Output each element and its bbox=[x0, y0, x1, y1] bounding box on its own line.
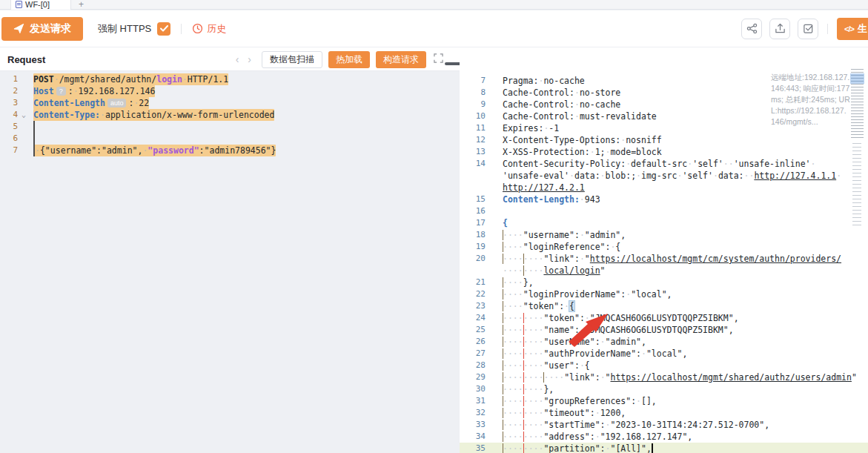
paper-plane-icon bbox=[13, 23, 24, 34]
code-line: 31········"groupReferences":·[], bbox=[460, 395, 868, 407]
code-line: 27········"authProviderName":·"local", bbox=[460, 348, 868, 360]
line-number: 8 bbox=[460, 87, 486, 99]
line-number: 35 bbox=[460, 443, 486, 453]
line-number: 32 bbox=[460, 407, 486, 419]
request-title: Request bbox=[7, 54, 45, 65]
line-number: 2 bbox=[0, 85, 18, 97]
chevron-down-icon[interactable]: ⌄ bbox=[18, 109, 30, 121]
code-line: 35········"partition":·"[All]", bbox=[460, 443, 868, 453]
code-icon: </> bbox=[844, 24, 854, 33]
generate-code-button[interactable]: </> 生 bbox=[837, 18, 868, 40]
code-line: 16 bbox=[460, 205, 868, 217]
divider bbox=[181, 24, 182, 34]
check-icon bbox=[160, 25, 168, 32]
code-line: 5 bbox=[0, 121, 451, 133]
code-line: 6 bbox=[0, 133, 451, 145]
line-number: 14 bbox=[460, 158, 486, 170]
send-request-button[interactable]: 发送请求 bbox=[1, 17, 83, 41]
chevron-left-icon[interactable]: ‹ bbox=[231, 54, 244, 65]
line-number: 29 bbox=[460, 371, 486, 383]
line-number: 1 bbox=[0, 73, 18, 85]
code-line: 24········"token":·"JMQCASH6OG6LUSYDTQQP… bbox=[460, 312, 868, 324]
line-number: 6 bbox=[0, 133, 18, 145]
line-number: 19 bbox=[460, 241, 486, 253]
fold-gutter bbox=[18, 97, 30, 109]
response-editor[interactable]: 7Pragma:·no-cache8Cache-Control:·no-stor… bbox=[460, 71, 868, 453]
force-https-checkbox[interactable] bbox=[157, 22, 170, 36]
force-https-label: 强制 HTTPS bbox=[98, 22, 151, 36]
code-line: 'unsafe-eval'·data:·blob:;·img-src·'self… bbox=[460, 170, 868, 182]
code-line: 23····"token":·{ bbox=[460, 300, 868, 312]
fold-gutter bbox=[18, 133, 30, 145]
hot-reload-button[interactable]: 热加载 bbox=[328, 51, 370, 68]
divider bbox=[827, 24, 828, 34]
tab-wf-0[interactable]: WF-[0] bbox=[10, 0, 71, 10]
line-number: 12 bbox=[460, 134, 486, 146]
minimap-viewport[interactable] bbox=[850, 73, 864, 84]
code-line: 14Content-Security-Policy:·default-src·'… bbox=[460, 158, 868, 170]
fullscreen-icon[interactable] bbox=[434, 53, 443, 66]
line-number bbox=[460, 182, 486, 194]
code-line: 13X-XSS-Protection:·1;·mode=block bbox=[460, 146, 868, 158]
tab-label: WF-[0] bbox=[25, 0, 50, 9]
code-line: 32········"timeout":·1200, bbox=[460, 407, 868, 419]
code-line: 29············"link":·"https://localhost… bbox=[460, 371, 868, 383]
line-number: 25 bbox=[460, 324, 486, 336]
line-number: 22 bbox=[460, 288, 486, 300]
line-number: 31 bbox=[460, 395, 486, 407]
code-line: 25········"name":·"JMQCASH6OG6LUSYDTQQPZ… bbox=[460, 324, 868, 336]
minimap[interactable] bbox=[851, 69, 864, 228]
line-number: 28 bbox=[460, 360, 486, 371]
line-number: 34 bbox=[460, 431, 486, 443]
line-number: 3 bbox=[0, 97, 18, 109]
line-number: 7 bbox=[460, 75, 486, 87]
line-number: 18 bbox=[460, 229, 486, 241]
line-number: 4 bbox=[0, 109, 18, 121]
code-line: 19····"loginReference":·{ bbox=[460, 241, 868, 253]
save-button[interactable] bbox=[798, 19, 818, 39]
response-meta-overlay: 远端地址:192.168.127.146:443; 响应时间:177ms; 总耗… bbox=[771, 72, 850, 128]
share-button[interactable] bbox=[741, 19, 762, 39]
document-icon bbox=[16, 1, 22, 8]
line-number: 27 bbox=[460, 348, 486, 360]
code-line: 34········"address":·"192.168.127.147", bbox=[460, 431, 868, 443]
code-line: 15Content-Length:·943 bbox=[460, 194, 868, 205]
request-editor[interactable]: 1POST·/mgmt/shared/authn/login·HTTP/1.12… bbox=[0, 71, 451, 453]
line-number: 11 bbox=[460, 122, 486, 134]
code-line: 4⌄Content-Type:·application/x-www-form-u… bbox=[0, 109, 451, 121]
minimap-code bbox=[852, 143, 861, 226]
check-square-icon bbox=[803, 23, 814, 34]
fold-gutter bbox=[18, 145, 30, 156]
code-line: 28········"user":·{ bbox=[460, 360, 868, 371]
line-number: 10 bbox=[460, 110, 486, 122]
packet-scan-button[interactable]: 数据包扫描 bbox=[262, 51, 322, 68]
line-number: 30 bbox=[460, 383, 486, 395]
add-tab-button[interactable]: + bbox=[79, 0, 84, 9]
clock-icon bbox=[192, 23, 203, 34]
line-number: 23 bbox=[460, 300, 486, 312]
export-button[interactable] bbox=[769, 19, 790, 39]
line-number: 9 bbox=[460, 99, 486, 110]
build-request-button[interactable]: 构造请求 bbox=[376, 51, 426, 68]
line-number: 13 bbox=[460, 146, 486, 158]
red-arrow-icon bbox=[566, 312, 609, 348]
toolbar: 发送请求 强制 HTTPS 历史 bbox=[0, 10, 868, 47]
chevron-right-icon[interactable]: › bbox=[243, 54, 256, 65]
line-number: 5 bbox=[0, 121, 18, 133]
line-number bbox=[460, 170, 486, 182]
code-line: 3Content-Lengthauto:·22 bbox=[0, 97, 451, 109]
history-button[interactable]: 历史 bbox=[192, 22, 226, 36]
line-number: 7 bbox=[0, 145, 18, 156]
line-number: 17 bbox=[460, 217, 486, 229]
auto-badge: ? bbox=[56, 87, 66, 96]
fold-gutter bbox=[18, 85, 30, 97]
upload-icon bbox=[775, 23, 786, 34]
line-number: 20 bbox=[460, 253, 486, 265]
code-line: 26········"userName":·"admin", bbox=[460, 336, 868, 348]
line-number: 16 bbox=[460, 205, 486, 217]
code-line: 12X-Content-Type-Options:·nosniff bbox=[460, 134, 868, 146]
line-number: 21 bbox=[460, 277, 486, 288]
request-header: Request ‹ › 数据包扫描 热加载 构造请求 bbox=[0, 47, 451, 71]
line-number: 26 bbox=[460, 336, 486, 348]
code-line: 22····"loginProviderName":·"local", bbox=[460, 288, 868, 300]
